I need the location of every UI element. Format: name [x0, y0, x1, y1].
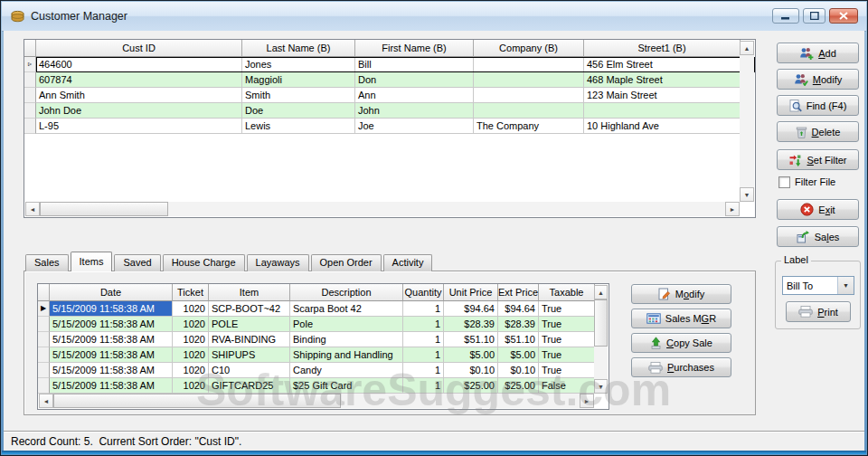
cell[interactable]: 1 — [403, 347, 444, 363]
cell[interactable]: 607874 — [36, 72, 242, 88]
cell[interactable]: True — [539, 317, 595, 332]
cell[interactable]: 5/15/2009 11:58:38 AM — [50, 378, 173, 394]
tab-activity[interactable]: Activity — [383, 254, 433, 271]
customer-row[interactable]: John Doe Doe John — [24, 103, 755, 119]
scroll-left-icon[interactable]: ◄ — [39, 394, 53, 408]
scroll-down-icon[interactable]: ▼ — [740, 187, 754, 202]
tab-open-order[interactable]: Open Order — [311, 254, 382, 271]
scrollbar-thumb[interactable] — [53, 394, 341, 408]
column-header-cust-id[interactable]: Cust ID — [36, 40, 242, 57]
minimize-button[interactable] — [772, 8, 799, 24]
customer-row[interactable]: ▹ 464600 Jones Bill 456 Elm Street — [24, 57, 755, 72]
cell[interactable]: 1 — [403, 363, 444, 378]
item-row[interactable]: 5/15/2009 11:58:38 AM 1020 GIFTCARD25 $2… — [38, 378, 609, 394]
cell[interactable]: False — [539, 378, 595, 394]
cell[interactable]: $25.00 — [498, 378, 539, 394]
cell[interactable]: $0.10 — [444, 363, 498, 378]
cell[interactable]: Binding — [290, 332, 403, 347]
cell[interactable]: Joe — [355, 119, 474, 134]
cell[interactable]: John — [355, 103, 474, 119]
cell[interactable]: $0.10 — [498, 363, 539, 378]
cell[interactable]: Bill — [355, 57, 474, 72]
cell[interactable]: Shipping and Handling — [290, 347, 403, 363]
column-header-quantity[interactable]: Quantity — [403, 284, 444, 301]
cell[interactable] — [584, 103, 741, 119]
column-header-description[interactable]: Description — [290, 284, 403, 301]
filter-file-checkbox[interactable] — [778, 176, 790, 188]
sales-button[interactable]: Sales — [777, 226, 859, 247]
sales-mgr-button[interactable]: Sales MGR — [631, 309, 731, 328]
cell[interactable] — [474, 57, 584, 72]
title-bar[interactable]: Customer Manager — [2, 2, 866, 32]
cell[interactable]: Maggioli — [242, 72, 355, 88]
column-header-date[interactable]: Date — [50, 284, 173, 301]
cell[interactable]: Don — [355, 72, 474, 88]
tab-house-charge[interactable]: House Charge — [163, 254, 245, 271]
cell[interactable]: $28.39 — [444, 317, 498, 332]
cell[interactable]: 1020 — [173, 347, 209, 363]
cell[interactable]: 1 — [403, 317, 444, 332]
item-row[interactable]: 5/15/2009 11:58:38 AM 1020 SHIPUPS Shipp… — [38, 347, 609, 363]
tab-sales[interactable]: Sales — [25, 254, 69, 271]
cell[interactable]: True — [539, 332, 595, 347]
cell[interactable]: Candy — [290, 363, 403, 378]
cell[interactable]: 123 Main Street — [584, 88, 741, 103]
column-header-unit-price[interactable]: Unit Price — [444, 284, 498, 301]
column-header-company[interactable]: Company (B) — [474, 40, 584, 57]
maximize-button[interactable] — [803, 8, 826, 24]
cell[interactable]: SCP-BOOT~42 — [209, 301, 290, 317]
horizontal-scrollbar[interactable]: ◄ ► — [39, 394, 594, 408]
cell[interactable]: 464600 — [36, 57, 242, 72]
tab-layaways[interactable]: Layaways — [247, 254, 309, 271]
find-button[interactable]: Find (F4) — [777, 95, 859, 116]
cell[interactable]: L-95 — [36, 119, 242, 134]
cell[interactable]: John Doe — [36, 103, 242, 119]
cell[interactable]: True — [539, 301, 595, 317]
scroll-left-icon[interactable]: ◄ — [25, 202, 40, 216]
cell[interactable] — [474, 103, 584, 119]
exit-button[interactable]: Exit — [777, 199, 859, 220]
cell[interactable]: 456 Elm Street — [584, 57, 741, 72]
cell[interactable]: 5/15/2009 11:58:38 AM — [50, 332, 173, 347]
column-header-ext-price[interactable]: Ext Price — [498, 284, 539, 301]
cell[interactable]: SHIPUPS — [209, 347, 290, 363]
cell[interactable] — [474, 72, 584, 88]
cell[interactable]: $25.00 — [444, 378, 498, 394]
cell[interactable]: The Company — [474, 119, 584, 134]
cell[interactable]: 1020 — [173, 332, 209, 347]
item-row[interactable]: 5/15/2009 11:58:38 AM 1020 C10 Candy 1 $… — [38, 363, 609, 378]
cell[interactable]: Ann — [355, 88, 474, 103]
cell[interactable]: 1 — [403, 378, 444, 394]
scroll-down-icon[interactable]: ▼ — [594, 379, 608, 394]
chevron-down-icon[interactable]: ▼ — [837, 277, 854, 294]
cell[interactable]: True — [539, 347, 595, 363]
set-filter-button[interactable]: Set Filter — [777, 149, 859, 170]
cell[interactable]: $25 Gift Card — [290, 378, 403, 394]
customer-row[interactable]: 607874 Maggioli Don 468 Maple Street — [24, 72, 755, 88]
column-header-last-name[interactable]: Last Name (B) — [242, 40, 355, 57]
horizontal-scrollbar[interactable]: ◄ ► — [25, 202, 740, 216]
cell[interactable]: True — [539, 363, 595, 378]
close-button[interactable] — [829, 8, 858, 24]
cell[interactable]: Doe — [242, 103, 355, 119]
cell[interactable]: $94.64 — [444, 301, 498, 317]
customer-row[interactable]: L-95 Lewis Joe The Company 10 Highland A… — [24, 119, 755, 134]
cell[interactable]: Scarpa Boot 42 — [290, 301, 403, 317]
item-row[interactable]: 5/15/2009 11:58:38 AM 1020 POLE Pole 1 $… — [38, 317, 609, 332]
cell[interactable]: 1 — [403, 332, 444, 347]
vertical-scrollbar[interactable]: ▲ ▼ — [594, 285, 608, 394]
scrollbar-thumb[interactable] — [594, 299, 608, 347]
tab-saved[interactable]: Saved — [114, 254, 160, 271]
cell[interactable]: $94.64 — [498, 301, 539, 317]
column-header-street1[interactable]: Street1 (B) — [584, 40, 741, 57]
cell[interactable]: $51.10 — [498, 332, 539, 347]
bill-to-select[interactable]: Bill To ▼ — [782, 276, 854, 295]
cell[interactable] — [474, 88, 584, 103]
delete-button[interactable]: Delete — [777, 121, 859, 142]
scroll-up-icon[interactable]: ▲ — [740, 41, 754, 55]
cell[interactable]: Smith — [242, 88, 355, 103]
column-header-ticket[interactable]: Ticket — [173, 284, 209, 301]
copy-sale-button[interactable]: Copy Sale — [631, 333, 731, 353]
cell[interactable]: 5/15/2009 11:58:38 AM — [50, 317, 173, 332]
item-row[interactable]: 5/15/2009 11:58:38 AM 1020 RVA-BINDING B… — [38, 332, 609, 347]
